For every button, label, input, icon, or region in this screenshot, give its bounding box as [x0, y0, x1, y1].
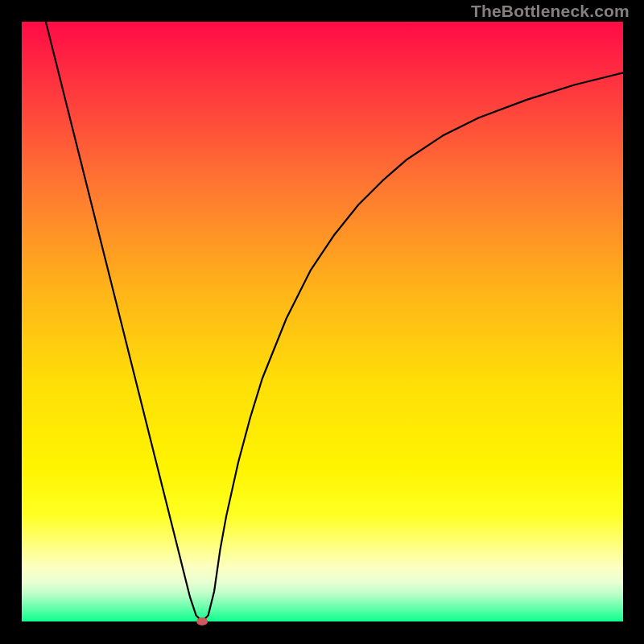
- plot-gradient: [22, 22, 623, 621]
- watermark-text: TheBottleneck.com: [471, 2, 630, 21]
- bottleneck-chart: [0, 0, 644, 644]
- optimal-point-marker: [196, 617, 208, 625]
